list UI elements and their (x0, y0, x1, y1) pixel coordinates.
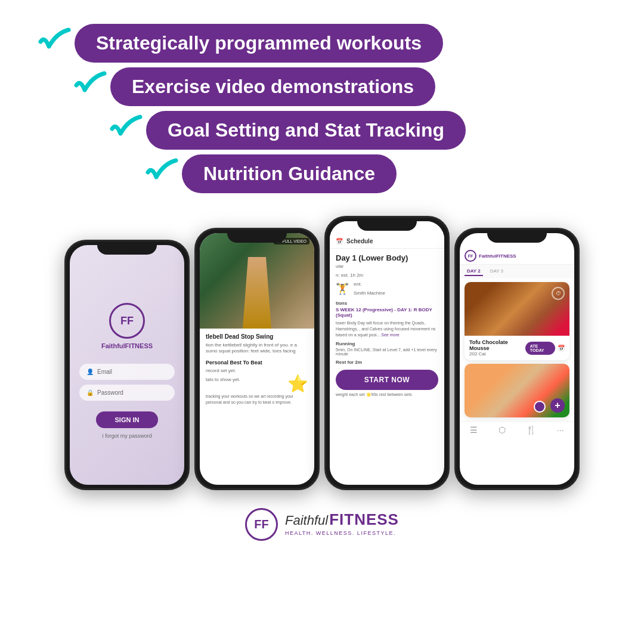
email-field[interactable]: 👤 Email (79, 364, 175, 380)
checkmark-icon-1 (36, 24, 75, 63)
instructions-label: tions (336, 301, 438, 306)
email-label: Email (97, 369, 112, 375)
star-icon: ⭐ (287, 374, 308, 394)
phones-section: FF FaithfulFITNESS 👤 Email 🔒 Password SI… (0, 210, 644, 502)
see-more-link[interactable]: See more (381, 333, 399, 337)
day-tab-2[interactable]: DAY 2 (465, 267, 483, 276)
nutrition-logo: FF FaithfulFITNESS (465, 250, 516, 262)
workout-type: ular (336, 264, 438, 269)
nutrition-logo-text: FF (468, 254, 473, 258)
checkmark-icon-4 (143, 154, 182, 193)
nav-more-icon[interactable]: ··· (557, 425, 564, 435)
phone-notch-4 (487, 230, 547, 243)
phone-notch-2 (227, 230, 287, 243)
day-tabs: DAY 2 DAY 3 (460, 265, 574, 278)
add-food-button[interactable]: + (550, 398, 565, 413)
ate-today-button[interactable]: ATE TODAY (525, 342, 555, 355)
cardio-label: Running (336, 341, 438, 346)
logo-circle: FF (109, 303, 145, 339)
food-image-mousse: ⏱ (465, 282, 569, 336)
phone-notch-3 (357, 218, 417, 231)
instructions-title: S WEEK 12 (Progressive) - DAY 1: R BODY … (336, 307, 438, 318)
user-avatar (534, 401, 546, 413)
calendar-icon: 📅 (336, 238, 343, 244)
schedule-screen: 📅 Schedule Day 1 (Lower Body) ular n: es… (330, 221, 444, 485)
instructions-text: lower Body Day will focus on thening the… (336, 320, 438, 338)
footer-fitness-text: FITNESS (329, 513, 399, 527)
equipment-icon: 🏋️ (336, 282, 349, 295)
bottom-navigation: ☰ ⬡ 🍴 ··· (460, 421, 574, 438)
video-thumbnail: ⏵ FULL VIDEO (200, 233, 314, 329)
nutrition-logo-circle: FF (465, 250, 476, 262)
equipment-name: Smith Machine (354, 290, 385, 296)
forgot-password-link[interactable]: I forgot my password (102, 433, 152, 439)
login-screen: FF FaithfulFITNESS 👤 Email 🔒 Password SI… (70, 245, 184, 485)
nav-home-icon[interactable]: ☰ (470, 425, 478, 435)
footer-logo-text: FF (254, 518, 268, 531)
nav-workouts-icon[interactable]: ⬡ (499, 425, 506, 435)
nav-nutrition-icon[interactable]: 🍴 (526, 425, 536, 435)
food-card-1: ⏱ Tofu Chocolate Mousse 202 Cal ATE TODA… (465, 282, 569, 360)
feature-item-3: Goal Setting and Stat Tracking (107, 111, 608, 150)
stats-text: tracking your workouts so we art recordi… (206, 394, 308, 405)
password-field[interactable]: 🔒 Password (79, 385, 175, 401)
nutrition-screen: FF FaithfulFITNESS DAY 2 DAY 3 ⏱ Tofu Ch… (460, 233, 574, 485)
checkmark-icon-2 (72, 67, 110, 106)
food-info-1: Tofu Chocolate Mousse 202 Cal ATE TODAY … (465, 336, 569, 360)
feature-pill-1: Strategically programmed workouts (75, 24, 443, 63)
phone-nutrition: FF FaithfulFITNESS DAY 2 DAY 3 ⏱ Tofu Ch… (454, 228, 580, 490)
record-label: record set yet. (206, 368, 308, 373)
video-content: tlebell Dead Stop Swing tion the kettleb… (200, 329, 314, 410)
brand-name: FaithfulFITNESS (101, 342, 153, 349)
logo-ff-text: FF (120, 315, 134, 327)
video-screen: ⏵ FULL VIDEO tlebell Dead Stop Swing tio… (200, 233, 314, 485)
feature-item-2: Exercise video demonstrations (72, 67, 608, 106)
start-now-button[interactable]: START NOW (336, 370, 438, 390)
equipment-label: ent: (354, 281, 385, 287)
footer-section: FF Faithful FITNESS HEALTH. WELLNESS. LI… (0, 502, 644, 541)
app-logo: FF FaithfulFITNESS (101, 303, 153, 349)
signin-button[interactable]: SIGN IN (96, 411, 159, 428)
rest-label: Rest for 2m (336, 360, 438, 365)
food-name-1: Tofu Chocolate Mousse (469, 339, 525, 351)
exercise-description: tion the kettlebell slightly in front of… (206, 342, 308, 355)
food-cal-1: 202 Cal (469, 351, 525, 357)
footer-brand: Faithful FITNESS HEALTH. WELLNESS. LIFES… (285, 513, 399, 536)
video-person-figure (239, 257, 275, 329)
day-tab-3[interactable]: DAY 3 (488, 267, 506, 276)
features-section: Strategically programmed workouts Exerci… (0, 0, 644, 210)
equipment-row: 🏋️ ent: Smith Machine (336, 281, 438, 296)
schedule-content: Day 1 (Lower Body) ular n: est. 1h 2m 🏋️… (330, 249, 444, 402)
phone-notch-1 (97, 242, 157, 255)
food-image-pasta: + (465, 364, 569, 417)
password-label: Password (97, 389, 123, 396)
calendar-small-icon: 📅 (558, 345, 565, 351)
cardio-description: 5min, On INCLINE, Start at Level 7, add … (336, 348, 438, 356)
nutrition-brand-text: FaithfulFITNESS (479, 253, 516, 259)
workout-duration: n: est. 1h 2m (336, 273, 438, 278)
footer-faithful-text: Faithful (285, 513, 328, 528)
checkmark-icon-3 (107, 111, 146, 150)
food-card-2: + (465, 364, 569, 417)
feature-pill-3: Goal Setting and Stat Tracking (146, 111, 466, 150)
sets-info: weight each set 🌟90s rest between sets (336, 392, 438, 397)
phone-video: ⏵ FULL VIDEO tlebell Dead Stop Swing tio… (194, 228, 320, 490)
day-title: Day 1 (Lower Body) (336, 253, 438, 262)
feature-item-1: Strategically programmed workouts (36, 24, 608, 63)
lock-icon: 🔒 (86, 389, 94, 396)
exercise-title: tlebell Dead Stop Swing (206, 333, 308, 340)
phone-login: FF FaithfulFITNESS 👤 Email 🔒 Password SI… (64, 240, 190, 490)
person-icon: 👤 (86, 369, 94, 375)
schedule-label: Schedule (346, 238, 373, 244)
food-timer-icon: ⏱ (552, 287, 565, 300)
feature-pill-4: Nutrition Guidance (182, 154, 397, 193)
personal-best-label: Personal Best To Beat (206, 360, 308, 366)
feature-pill-2: Exercise video demonstrations (110, 67, 435, 106)
phone-schedule: 📅 Schedule Day 1 (Lower Body) ular n: es… (324, 216, 450, 490)
footer-tagline: HEALTH. WELLNESS. LIFESTYLE. (285, 530, 399, 536)
footer-logo-circle: FF (245, 508, 278, 541)
feature-item-4: Nutrition Guidance (143, 154, 608, 193)
